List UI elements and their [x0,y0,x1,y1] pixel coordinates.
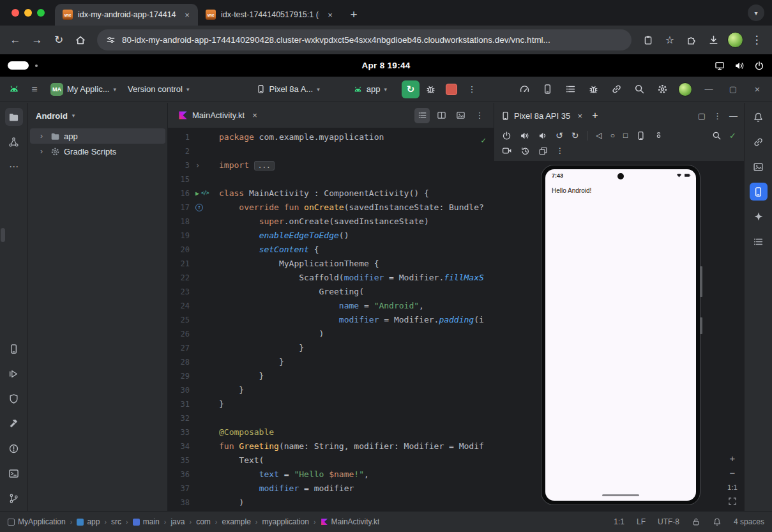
back-button[interactable]: ← [5,30,26,50]
breadcrumb-item[interactable]: MyApplication [8,517,66,526]
code-line[interactable]: 3›import ... [168,158,494,172]
panel-options-icon[interactable]: ⋮ [713,111,722,121]
android-home-icon[interactable]: ○ [610,131,615,140]
hide-panel-icon[interactable]: — [729,111,738,121]
code-line[interactable]: 22 Scaffold(modifier = Modifier.fillMaxS [168,271,494,285]
code-editor[interactable]: 1package com.example.myapplication23›imp… [168,128,494,511]
device-explorer-tool-icon[interactable] [750,158,768,176]
snapshot-restore-icon[interactable] [520,146,530,156]
code-line[interactable]: 27 } [168,341,494,355]
code-line[interactable]: 21 MyApplicationTheme { [168,257,494,271]
code-line[interactable]: 31} [168,397,494,411]
screenshot-icon[interactable] [636,131,646,141]
bug-report-icon[interactable] [584,80,602,98]
camera-icon[interactable] [654,131,663,141]
downloads-icon[interactable] [703,30,723,50]
screenshot-layers-icon[interactable] [538,146,548,156]
minimize-window-button[interactable] [24,9,32,17]
close-tab-icon[interactable]: × [324,9,336,20]
logcat-icon[interactable] [561,80,579,98]
display-cast-icon[interactable] [715,61,725,71]
browser-menu-icon[interactable]: ⋮ [746,30,767,50]
vnc-control-handle[interactable] [8,61,29,70]
float-window-icon[interactable]: ▢ [698,111,706,121]
indent-setting[interactable]: 4 spaces [734,517,764,526]
code-line[interactable]: 26 ) [168,327,494,341]
build-tool-icon[interactable] [5,414,23,432]
more-run-actions-icon[interactable]: ⋮ [463,80,481,98]
tab-search-button[interactable]: ▾ [748,4,764,21]
debug-app-button[interactable] [422,80,440,98]
code-line[interactable]: 18 super.onCreate(savedInstanceState) [168,215,494,229]
android-recents-icon[interactable]: □ [623,131,628,140]
project-tool-icon[interactable] [5,108,23,126]
terminal-tool-icon[interactable] [5,464,23,482]
tree-item-app[interactable]: › app [30,128,165,144]
more-tool-windows-icon[interactable]: ⋯ [5,158,23,176]
close-editor-tab-icon[interactable]: × [249,110,261,121]
code-line[interactable]: 33@Composable [168,425,494,439]
code-line[interactable]: 38 ) [168,496,494,510]
code-line[interactable]: 24 name = "Android", [168,299,494,313]
zoom-level-label[interactable]: 1:1 [727,483,738,491]
fold-gutter-icon[interactable]: › [195,158,200,172]
notifications-bell-icon[interactable] [750,108,768,126]
code-line[interactable]: 36 text = "Hello $name!", [168,467,494,482]
code-line[interactable]: 34fun Greeting(name: String, modifier: M… [168,439,494,453]
close-window-button[interactable] [11,9,19,17]
settings-gear-icon[interactable] [653,80,671,98]
vcs-widget[interactable]: Version control ▾ [123,80,194,98]
code-line[interactable]: 35 Text( [168,453,494,467]
breadcrumb-item[interactable]: app [77,517,100,526]
close-device-tab-icon[interactable]: × [574,110,586,121]
more-device-actions-icon[interactable]: ⋮ [556,146,564,155]
commit-tool-icon[interactable] [5,133,23,151]
zoom-in-button[interactable]: + [730,454,736,463]
gesture-navigation-bar[interactable] [602,494,639,496]
browser-tab-inactive[interactable]: vnc idx-test-1744140517915:1 (us × [198,4,341,26]
breadcrumb-item[interactable]: MainActivity.kt [321,517,380,526]
volume-icon[interactable] [734,61,745,71]
close-tab-icon[interactable]: × [181,9,193,20]
gradle-tool-icon[interactable] [750,133,768,151]
main-menu-icon[interactable]: ≡ [26,80,43,98]
chevron-right-icon[interactable]: › [40,147,47,156]
device-selector[interactable]: Pixel 8a A... ▾ [252,80,324,98]
ide-close-button[interactable]: × [748,80,767,98]
run-configuration-selector[interactable]: app ▾ [349,80,391,98]
zoom-window-button[interactable] [37,9,45,17]
add-device-tab-icon[interactable]: + [592,110,598,121]
editor-options-icon[interactable]: ⋮ [472,108,487,123]
browser-tab-active[interactable]: vnc idx-my-android-app-1744140 × [55,4,198,26]
profiler-icon[interactable] [515,80,533,98]
running-devices-tool-icon[interactable] [750,183,768,201]
volume-up-icon[interactable] [520,131,529,141]
code-line[interactable]: 1package com.example.myapplication [168,130,494,144]
code-line[interactable]: 23 Greeting( [168,285,494,299]
device-manager-icon[interactable] [538,80,556,98]
forward-button[interactable]: → [27,30,47,50]
inspections-ok-icon[interactable]: ✓ [481,133,486,148]
status-notifications-icon[interactable] [713,517,722,526]
zoom-out-button[interactable]: − [730,469,736,478]
rotate-left-icon[interactable]: ↺ [556,130,563,141]
code-line[interactable]: 25 modifier = Modifier.padding(i [168,313,494,327]
structure-tool-icon[interactable] [750,232,768,250]
breadcrumb-item[interactable]: example [222,517,250,526]
code-line[interactable]: 2 [168,144,494,158]
device-tab-title[interactable]: Pixel 8a API 35 [514,111,570,121]
ide-user-avatar[interactable] [676,80,694,98]
tree-item-gradle-scripts[interactable]: › Gradle Scripts [30,144,165,159]
bookmark-star-icon[interactable]: ☆ [660,30,680,50]
rotate-right-icon[interactable]: ↻ [571,130,579,141]
caret-position[interactable]: 1:1 [614,517,624,526]
power-icon[interactable] [754,61,764,71]
site-settings-icon[interactable] [106,35,116,45]
project-view-selector[interactable]: Android ▾ [28,103,167,128]
run-gutter-icon[interactable]: ▶ [195,186,199,201]
device-manager-tool-icon[interactable] [5,340,23,358]
stripe-drag-handle[interactable] [1,228,5,242]
code-line[interactable]: 15 [168,172,494,186]
code-line[interactable]: 16▶</>class MainActivity : ComponentActi… [168,186,494,201]
problems-tool-icon[interactable] [5,439,23,457]
